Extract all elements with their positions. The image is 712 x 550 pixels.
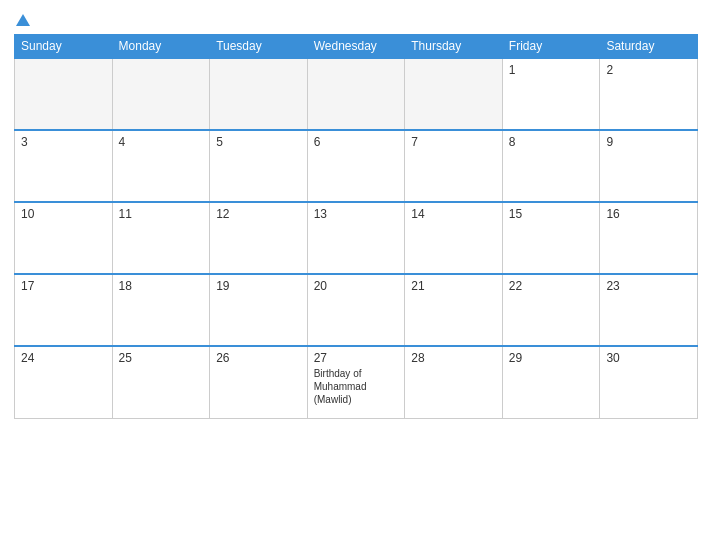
day-number: 17 bbox=[21, 279, 106, 293]
day-number: 6 bbox=[314, 135, 399, 149]
logo-text bbox=[14, 10, 30, 28]
calendar-cell: 1 bbox=[502, 58, 600, 130]
calendar-cell: 30 bbox=[600, 346, 698, 418]
calendar-cell: 14 bbox=[405, 202, 503, 274]
week-row-4: 24252627Birthday of Muhammad (Mawlid)282… bbox=[15, 346, 698, 418]
logo bbox=[14, 10, 30, 28]
calendar-page: SundayMondayTuesdayWednesdayThursdayFrid… bbox=[0, 0, 712, 550]
weekday-header-thursday: Thursday bbox=[405, 35, 503, 59]
weekday-header-wednesday: Wednesday bbox=[307, 35, 405, 59]
day-number: 30 bbox=[606, 351, 691, 365]
week-row-0: 12 bbox=[15, 58, 698, 130]
day-number: 27 bbox=[314, 351, 399, 365]
day-number: 8 bbox=[509, 135, 594, 149]
calendar-cell: 20 bbox=[307, 274, 405, 346]
weekday-header-monday: Monday bbox=[112, 35, 210, 59]
calendar-cell: 15 bbox=[502, 202, 600, 274]
calendar-cell: 18 bbox=[112, 274, 210, 346]
weekday-header-saturday: Saturday bbox=[600, 35, 698, 59]
calendar-cell: 21 bbox=[405, 274, 503, 346]
day-number: 22 bbox=[509, 279, 594, 293]
calendar-cell: 27Birthday of Muhammad (Mawlid) bbox=[307, 346, 405, 418]
day-number: 21 bbox=[411, 279, 496, 293]
day-number: 20 bbox=[314, 279, 399, 293]
day-number: 11 bbox=[119, 207, 204, 221]
calendar-cell: 11 bbox=[112, 202, 210, 274]
day-number: 15 bbox=[509, 207, 594, 221]
weekday-header-tuesday: Tuesday bbox=[210, 35, 308, 59]
calendar-cell: 22 bbox=[502, 274, 600, 346]
calendar-cell: 9 bbox=[600, 130, 698, 202]
calendar-cell bbox=[405, 58, 503, 130]
day-number: 23 bbox=[606, 279, 691, 293]
calendar-cell: 19 bbox=[210, 274, 308, 346]
day-number: 24 bbox=[21, 351, 106, 365]
day-number: 14 bbox=[411, 207, 496, 221]
calendar-cell: 3 bbox=[15, 130, 113, 202]
day-number: 12 bbox=[216, 207, 301, 221]
calendar-cell: 25 bbox=[112, 346, 210, 418]
calendar-cell: 16 bbox=[600, 202, 698, 274]
calendar-cell: 13 bbox=[307, 202, 405, 274]
calendar-cell: 2 bbox=[600, 58, 698, 130]
calendar-cell bbox=[307, 58, 405, 130]
day-number: 19 bbox=[216, 279, 301, 293]
calendar-cell: 4 bbox=[112, 130, 210, 202]
day-number: 25 bbox=[119, 351, 204, 365]
calendar-table: SundayMondayTuesdayWednesdayThursdayFrid… bbox=[14, 34, 698, 419]
day-number: 1 bbox=[509, 63, 594, 77]
day-number: 7 bbox=[411, 135, 496, 149]
weekday-header-row: SundayMondayTuesdayWednesdayThursdayFrid… bbox=[15, 35, 698, 59]
calendar-cell bbox=[15, 58, 113, 130]
day-number: 18 bbox=[119, 279, 204, 293]
calendar-cell: 26 bbox=[210, 346, 308, 418]
logo-triangle-icon bbox=[16, 14, 30, 26]
calendar-event: Birthday of Muhammad (Mawlid) bbox=[314, 367, 399, 406]
day-number: 26 bbox=[216, 351, 301, 365]
day-number: 5 bbox=[216, 135, 301, 149]
calendar-cell: 7 bbox=[405, 130, 503, 202]
calendar-cell: 28 bbox=[405, 346, 503, 418]
calendar-cell bbox=[210, 58, 308, 130]
calendar-cell: 23 bbox=[600, 274, 698, 346]
calendar-cell: 24 bbox=[15, 346, 113, 418]
day-number: 16 bbox=[606, 207, 691, 221]
week-row-2: 10111213141516 bbox=[15, 202, 698, 274]
day-number: 10 bbox=[21, 207, 106, 221]
calendar-cell: 10 bbox=[15, 202, 113, 274]
weekday-header-friday: Friday bbox=[502, 35, 600, 59]
calendar-cell: 17 bbox=[15, 274, 113, 346]
day-number: 4 bbox=[119, 135, 204, 149]
calendar-cell: 29 bbox=[502, 346, 600, 418]
weekday-header-sunday: Sunday bbox=[15, 35, 113, 59]
calendar-cell: 6 bbox=[307, 130, 405, 202]
day-number: 29 bbox=[509, 351, 594, 365]
week-row-3: 17181920212223 bbox=[15, 274, 698, 346]
calendar-cell bbox=[112, 58, 210, 130]
calendar-cell: 5 bbox=[210, 130, 308, 202]
day-number: 13 bbox=[314, 207, 399, 221]
day-number: 2 bbox=[606, 63, 691, 77]
day-number: 3 bbox=[21, 135, 106, 149]
header bbox=[14, 10, 698, 28]
day-number: 9 bbox=[606, 135, 691, 149]
day-number: 28 bbox=[411, 351, 496, 365]
calendar-cell: 12 bbox=[210, 202, 308, 274]
calendar-cell: 8 bbox=[502, 130, 600, 202]
week-row-1: 3456789 bbox=[15, 130, 698, 202]
